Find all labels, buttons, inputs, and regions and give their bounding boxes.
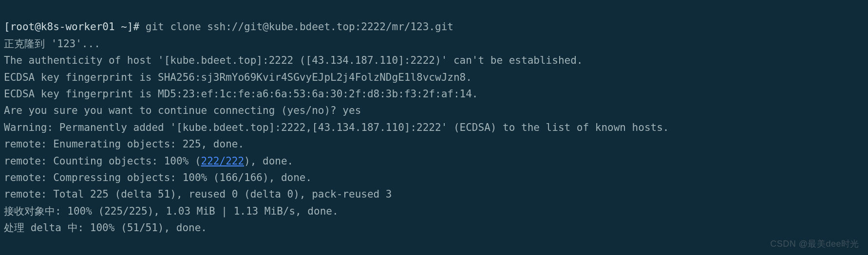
terminal-line: remote: Compressing objects: 100% (166/1… — [4, 172, 312, 183]
watermark: CSDN @最美dee时光 — [770, 236, 859, 252]
terminal-line: remote: Counting objects: 100% (222/222)… — [4, 155, 293, 167]
shell-command: git clone ssh://git@kube.bdeet.top:2222/… — [146, 21, 453, 33]
terminal-line: 正克隆到 '123'... — [4, 38, 100, 50]
terminal-line: Are you sure you want to continue connec… — [4, 105, 361, 116]
counting-progress-link[interactable]: 222/222 — [201, 155, 245, 167]
terminal-line: ECDSA key fingerprint is SHA256:sj3RmYo6… — [4, 72, 472, 83]
terminal-window[interactable]: [root@k8s-worker01 ~]# git clone ssh://g… — [0, 0, 868, 255]
terminal-line: 接收对象中: 100% (225/225), 1.03 MiB | 1.13 M… — [4, 205, 339, 217]
terminal-line: Warning: Permanently added '[kube.bdeet.… — [4, 122, 669, 133]
terminal-line: ECDSA key fingerprint is MD5:23:ef:1c:fe… — [4, 88, 478, 100]
shell-prompt: [root@k8s-worker01 ~]# — [4, 21, 139, 33]
terminal-line: [root@k8s-worker01 ~]# git clone ssh://g… — [4, 21, 453, 33]
terminal-line: remote: Enumerating objects: 225, done. — [4, 138, 244, 150]
terminal-line: The authenticity of host '[kube.bdeet.to… — [4, 55, 583, 66]
terminal-line: 处理 delta 中: 100% (51/51), done. — [4, 222, 207, 234]
terminal-line: remote: Total 225 (delta 51), reused 0 (… — [4, 188, 392, 200]
